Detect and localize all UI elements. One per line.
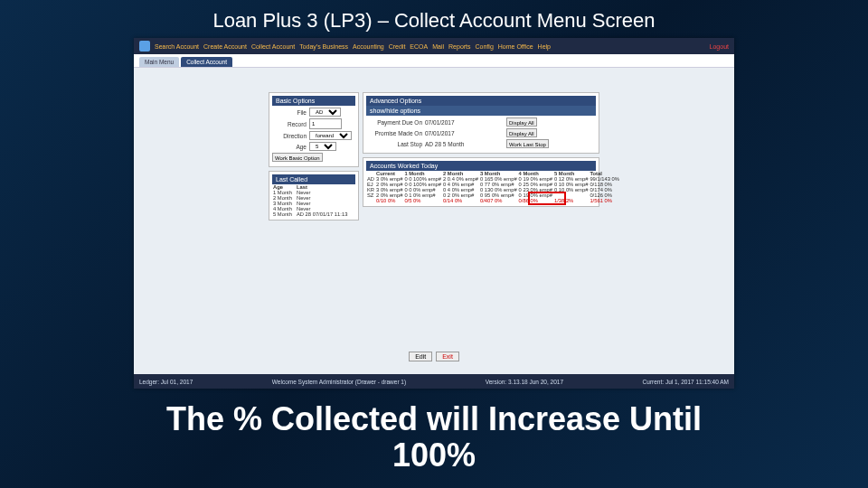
accounts-worked-title: Accounts Worked Today	[366, 161, 596, 171]
status-bar: Ledger: Jul 01, 2017 Welcome System Admi…	[134, 374, 734, 389]
file-label: File	[272, 109, 307, 116]
last-called-panel: Last Called AgeLast 1 MonthNever 2 Month…	[269, 171, 359, 221]
promise-made-value: 07/01/2017	[425, 130, 506, 136]
advanced-options-title: Advanced Options	[366, 96, 596, 106]
age-label: Age	[272, 144, 307, 150]
nav-create-account[interactable]: Create Account	[203, 43, 247, 50]
tab-bar: Main Menu Collect Account	[134, 54, 734, 68]
app-body: Basic Options FileAD Record Directionfor…	[134, 67, 734, 374]
last-stop-value: AD 28 5 Month	[425, 141, 506, 147]
app-header: Search Account Create Account Collect Ac…	[134, 38, 734, 54]
payment-due-display-button[interactable]: Display All	[506, 117, 537, 127]
nav-ecoa[interactable]: ECOA	[410, 43, 428, 50]
promise-made-label: Promise Made On	[366, 130, 422, 136]
tab-collect-account[interactable]: Collect Account	[181, 57, 232, 67]
advanced-options-panel: Advanced Options show/hide options Payme…	[363, 92, 599, 154]
app-logo-icon	[139, 41, 150, 52]
slide-caption: The % Collected will Increase Until100%	[0, 401, 868, 473]
exit-button[interactable]: Exit	[436, 352, 459, 361]
current-time-status: Current: Jul 1, 2017 11:15:40 AM	[643, 379, 729, 385]
table-row: 5 MonthAD 28 07/01/17 11:13	[272, 211, 355, 217]
nav-search-account[interactable]: Search Account	[155, 43, 199, 50]
nav-credit[interactable]: Credit	[389, 43, 406, 50]
work-basic-button[interactable]: Work Basic Option	[272, 153, 323, 162]
last-called-title: Last Called	[272, 174, 355, 184]
accounts-worked-table: Current 1 Month 2 Month 3 Month 4 Month …	[366, 171, 620, 203]
file-select[interactable]: AD	[309, 108, 341, 117]
nav-help[interactable]: Help	[538, 43, 551, 50]
highlight-box	[528, 192, 566, 205]
basic-options-title: Basic Options	[272, 96, 355, 106]
payment-due-label: Payment Due On	[366, 119, 422, 126]
totals-row: 0/10 0%0/5 0%0/14 0%0/407 0%0/86 0%1/38 …	[366, 198, 620, 203]
accounts-worked-panel: Accounts Worked Today Current 1 Month 2 …	[363, 157, 599, 207]
record-label: Record	[272, 121, 307, 127]
edit-button[interactable]: Edit	[409, 352, 432, 361]
nav-home-office[interactable]: Home Office	[498, 43, 533, 50]
basic-options-panel: Basic Options FileAD Record Directionfor…	[269, 92, 359, 167]
direction-label: Direction	[272, 133, 307, 139]
version-status: Version: 3.13.18 Jun 20, 2017	[486, 379, 563, 385]
nav-collect-account[interactable]: Collect Account	[251, 43, 295, 50]
nav-mail[interactable]: Mail	[432, 43, 444, 50]
direction-select[interactable]: forward	[309, 131, 352, 140]
welcome-status: Welcome System Administrator (Drawer - d…	[272, 379, 406, 385]
nav-reports[interactable]: Reports	[448, 43, 471, 50]
promise-made-display-button[interactable]: Display All	[506, 128, 537, 137]
last-called-table: AgeLast 1 MonthNever 2 MonthNever 3 Mont…	[272, 184, 355, 217]
nav-todays-business[interactable]: Today's Business	[299, 43, 348, 50]
app-screenshot: Search Account Create Account Collect Ac…	[134, 38, 734, 389]
nav-config[interactable]: Config	[476, 43, 494, 50]
age-select[interactable]: 5	[309, 142, 336, 151]
last-stop-label: Last Stop	[366, 141, 422, 147]
ledger-status: Ledger: Jul 01, 2017	[139, 379, 193, 385]
work-last-stop-button[interactable]: Work Last Stop	[506, 139, 549, 148]
slide-title: Loan Plus 3 (LP3) – Collect Account Menu…	[0, 0, 868, 38]
bottom-bar: Edit Exit	[134, 352, 734, 361]
tab-main-menu[interactable]: Main Menu	[139, 57, 179, 67]
logout-link[interactable]: Logout	[710, 43, 729, 50]
showhide-toggle[interactable]: show/hide options	[366, 106, 596, 116]
nav-accounting[interactable]: Accounting	[353, 43, 384, 50]
payment-due-value: 07/01/2017	[425, 119, 506, 126]
record-input[interactable]	[309, 118, 342, 129]
